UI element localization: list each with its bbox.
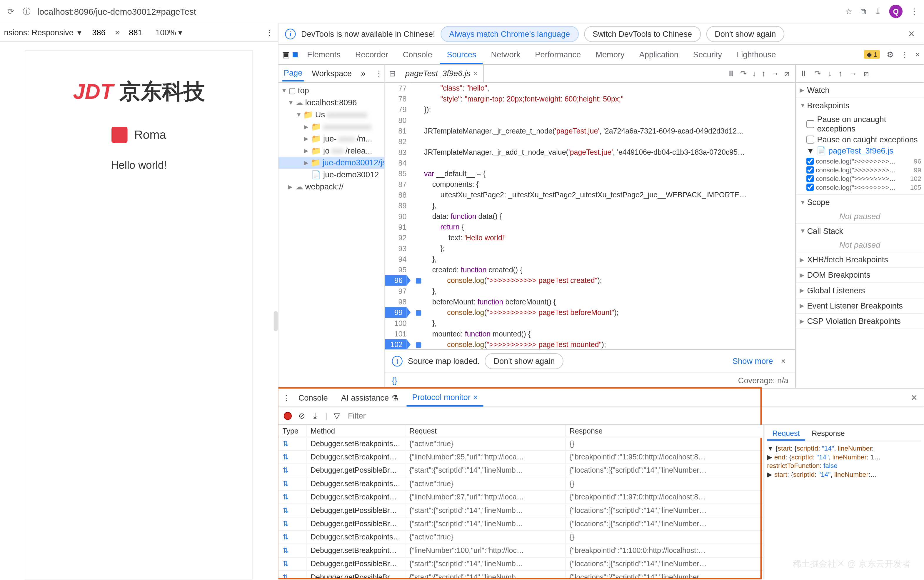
tree-folder[interactable]: ▶📁jue-xxxx/m... (278, 133, 385, 145)
switch-chinese-button[interactable]: Switch DevTools to Chinese (584, 26, 701, 41)
height-input[interactable] (122, 28, 149, 37)
protocol-row[interactable]: ⇅Debugger.setBreakpointBy…{"lineNumber":… (278, 544, 764, 557)
record-button[interactable] (284, 412, 292, 419)
inspect-icon[interactable]: ▣ (282, 50, 290, 59)
breakpoint-item[interactable]: console.log(">>>>>>>>>…99 (806, 166, 921, 175)
dont-show-srcmap-button[interactable]: Don't show again (485, 353, 563, 369)
scope-section[interactable]: ▼Scope (796, 195, 924, 210)
tab-performance[interactable]: Performance (529, 46, 588, 63)
tree-host[interactable]: ▼☁localhost:8096 (278, 97, 385, 109)
download-icon[interactable]: ⤓ (875, 7, 881, 16)
tab-sources[interactable]: Sources (440, 46, 483, 63)
filter-input[interactable] (346, 410, 450, 422)
xhr-section[interactable]: ▶XHR/fetch Breakpoints (796, 252, 924, 267)
step-into-icon[interactable]: ↓ (828, 69, 832, 78)
close-devtools-icon[interactable]: × (915, 50, 920, 59)
protocol-row[interactable]: ⇅Debugger.setBreakpointBy…{"lineNumber":… (278, 491, 764, 504)
dimensions-label[interactable]: nsions: Responsive (4, 28, 74, 37)
site-info-icon[interactable]: ⓘ (21, 6, 32, 16)
global-listeners-section[interactable]: ▶Global Listeners (796, 283, 924, 298)
deactivate-bp-icon[interactable]: ⧄ (784, 69, 790, 78)
drawer-tab-console[interactable]: Console (293, 390, 333, 405)
tab-console[interactable]: Console (396, 46, 439, 63)
more-icon[interactable]: ⋮ (901, 50, 908, 59)
download-icon[interactable]: ⤓ (312, 411, 318, 420)
pause-icon[interactable]: ⏸ (800, 69, 807, 78)
deactivate-bp-icon[interactable]: ⧄ (864, 69, 869, 78)
protocol-row[interactable]: ⇅Debugger.getPossibleBrea…{"start":{"scr… (278, 557, 764, 570)
tab-lighthouse[interactable]: Lighthouse (730, 46, 782, 63)
bp-file[interactable]: ▼📄pageTest_3f9e6.js (806, 145, 921, 157)
drawer-tab-protocol[interactable]: Protocol monitor × (407, 389, 483, 406)
protocol-row[interactable]: ⇅Debugger.setBreakpointsA…{"active":true… (278, 477, 764, 491)
url-input[interactable] (37, 7, 840, 16)
tree-folder[interactable]: ▶📁xxxxxxxxxxxx (278, 121, 385, 133)
line-gutter[interactable]: 7778798081828384858788899091929394959697… (385, 82, 410, 349)
resize-handle[interactable] (274, 311, 278, 331)
issues-badge[interactable]: ◆ 1 (864, 50, 880, 59)
side-tab-response[interactable]: Response (806, 427, 850, 441)
menu-icon[interactable]: ⋮ (911, 7, 918, 16)
dont-show-button[interactable]: Don't show again (706, 26, 785, 41)
code-text[interactable]: "class": "hello", "style": "margin-top: … (410, 82, 795, 349)
watch-section[interactable]: ▶Watch (796, 82, 924, 97)
tab-security[interactable]: Security (686, 46, 729, 63)
tree-top[interactable]: ▼▢top (278, 85, 385, 97)
extension-icon[interactable]: ⧉ (860, 7, 866, 16)
dom-bp-section[interactable]: ▶DOM Breakpoints (796, 268, 924, 282)
protocol-row[interactable]: ⇅Debugger.setBreakpointsA…{"active":true… (278, 437, 764, 451)
settings-icon[interactable]: ⚙ (887, 50, 894, 59)
protocol-row[interactable]: ⇅Debugger.getPossibleBrea…{"start":{"scr… (278, 571, 764, 580)
zoom-select[interactable]: 100% ▾ (153, 26, 185, 38)
sources-menu-icon[interactable]: ⊟ (389, 69, 396, 78)
drawer-tab-ai[interactable]: AI assistance ⚗ (336, 390, 404, 405)
nav-tab-page[interactable]: Page (282, 65, 304, 81)
breakpoint-item[interactable]: console.log(">>>>>>>>>…102 (806, 174, 921, 183)
step-icon[interactable]: → (771, 69, 779, 78)
pause-icon[interactable]: ⏸ (727, 69, 735, 78)
nav-more-icon[interactable]: » (360, 66, 367, 81)
col-request[interactable]: Request (405, 425, 565, 437)
tab-application[interactable]: Application (632, 46, 685, 63)
tree-file[interactable]: 📄jue-demo30012 (278, 169, 385, 181)
banner-close-icon[interactable]: × (906, 28, 917, 40)
pretty-print-button[interactable]: {} (392, 376, 397, 385)
tab-recorder[interactable]: Recorder (349, 46, 395, 63)
always-match-button[interactable]: Always match Chrome's language (441, 26, 579, 41)
file-tab[interactable]: pageTest_3f9e6.js× (400, 65, 484, 82)
drawer-close-icon[interactable]: × (908, 392, 920, 404)
col-response[interactable]: Response (565, 425, 764, 437)
event-bp-section[interactable]: ▶Event Listener Breakpoints (796, 298, 924, 313)
close-tab-icon[interactable]: × (473, 69, 478, 78)
step-out-icon[interactable]: ↑ (762, 69, 766, 78)
clear-icon[interactable]: ⊘ (298, 411, 305, 420)
profile-avatar[interactable]: Q (889, 5, 903, 18)
json-line[interactable]: ▶ start: {scriptId: "14", lineNumber:… (767, 470, 921, 479)
json-line[interactable]: restrictToFunction: false (767, 461, 921, 470)
nav-tab-workspace[interactable]: Workspace (311, 66, 353, 81)
callstack-section[interactable]: ▼Call Stack (796, 224, 924, 238)
col-type[interactable]: Type (278, 425, 306, 437)
pause-uncaught-checkbox[interactable]: Pause on uncaught exceptions (806, 114, 921, 134)
tab-elements[interactable]: Elements (301, 46, 347, 63)
step-icon[interactable]: → (849, 69, 857, 78)
step-into-icon[interactable]: ↓ (752, 69, 756, 78)
breakpoint-item[interactable]: console.log(">>>>>>>>>…105 (806, 183, 921, 192)
col-method[interactable]: Method (306, 425, 405, 437)
reload-icon[interactable]: ⟳ (5, 6, 16, 16)
tree-folder-selected[interactable]: ▶📁jue-demo30012/js (278, 157, 385, 169)
step-over-icon[interactable]: ↷ (740, 69, 747, 78)
tree-folder[interactable]: ▼📁Usxxxxxxxxxx (278, 109, 385, 121)
protocol-row[interactable]: ⇅Debugger.getPossibleBrea…{"start":{"scr… (278, 464, 764, 477)
pause-caught-checkbox[interactable]: Pause on caught exceptions (806, 134, 921, 145)
tab-memory[interactable]: Memory (589, 46, 631, 63)
nav-menu-icon[interactable]: ⋮ (374, 66, 384, 81)
csp-bp-section[interactable]: ▶CSP Violation Breakpoints (796, 314, 924, 328)
bookmark-icon[interactable]: ☆ (845, 7, 853, 16)
step-over-icon[interactable]: ↷ (814, 69, 821, 78)
width-input[interactable] (86, 28, 112, 37)
device-menu-icon[interactable]: ⋮ (265, 28, 273, 37)
step-out-icon[interactable]: ↑ (838, 69, 843, 78)
tree-webpack[interactable]: ▶☁webpack:// (278, 181, 385, 193)
breakpoints-section[interactable]: ▼Breakpoints (796, 98, 924, 113)
